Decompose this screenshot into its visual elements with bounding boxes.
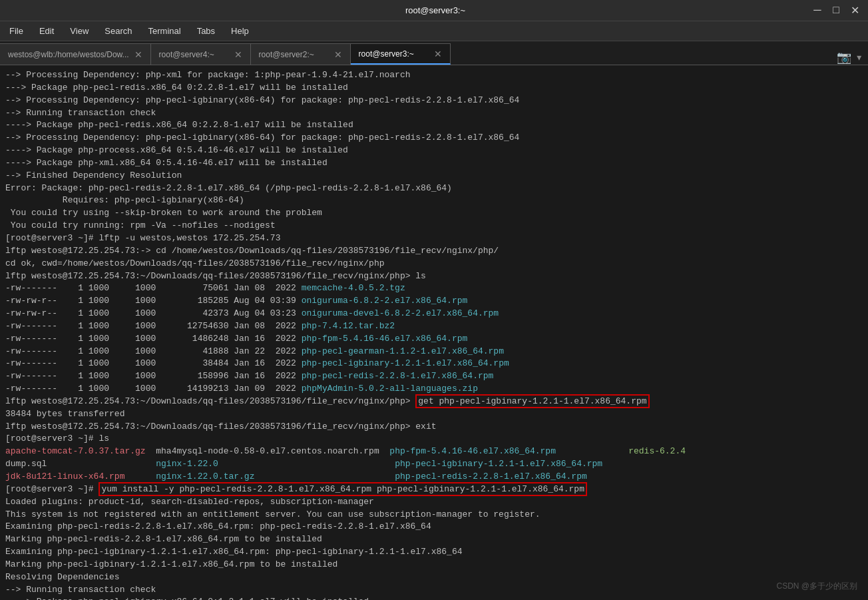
menu-file[interactable]: File xyxy=(3,23,30,39)
minimize-button[interactable]: ─ xyxy=(811,4,824,17)
menu-edit[interactable]: Edit xyxy=(33,23,61,39)
menu-help[interactable]: Help xyxy=(224,23,256,39)
tab-close-icon[interactable]: ✕ xyxy=(434,49,442,59)
tab-westos[interactable]: westos@wlb:/home/westos/Dow... ✕ xyxy=(0,43,151,65)
tab-label: westos@wlb:/home/westos/Dow... xyxy=(8,50,129,59)
dropdown-icon[interactable]: ▾ xyxy=(855,50,863,65)
tab-close-icon[interactable]: ✕ xyxy=(234,49,242,60)
watermark: CSDN @多于少的区别 xyxy=(776,581,857,592)
close-button[interactable]: ✕ xyxy=(848,4,861,17)
tab-label: root@server3:~ xyxy=(359,49,414,59)
tab-server2[interactable]: root@server2:~ ✕ xyxy=(251,43,351,65)
tab-close-icon[interactable]: ✕ xyxy=(334,49,342,60)
terminal-text: --> Processing Dependency: php-xml for p… xyxy=(5,69,863,600)
title-bar: root@server3:~ ─ □ ✕ xyxy=(0,0,868,21)
command-highlight-1: get php-pecl-igbinary-1.2.1-1.el7.x86_64… xyxy=(415,394,649,408)
tab-close-icon[interactable]: ✕ xyxy=(134,49,142,60)
menu-bar: File Edit View Search Terminal Tabs Help xyxy=(0,21,868,41)
menu-terminal[interactable]: Terminal xyxy=(142,23,188,39)
maximize-button[interactable]: □ xyxy=(829,4,843,17)
tab-server4[interactable]: root@server4:~ ✕ xyxy=(151,43,251,65)
camera-icon[interactable]: 📷 xyxy=(837,50,851,65)
new-tab-area: 📷 ▾ xyxy=(831,50,868,65)
menu-view[interactable]: View xyxy=(63,23,95,39)
tab-label: root@server2:~ xyxy=(259,50,314,59)
tab-server3[interactable]: root@server3:~ ✕ xyxy=(351,43,451,65)
command-highlight-2: yum install -y php-pecl-redis-2.2.8-1.el… xyxy=(99,482,587,496)
tab-bar: westos@wlb:/home/westos/Dow... ✕ root@se… xyxy=(0,41,868,65)
menu-tabs[interactable]: Tabs xyxy=(190,23,222,39)
tab-label: root@server4:~ xyxy=(159,50,214,59)
window-title: root@server3:~ xyxy=(60,5,811,15)
menu-search[interactable]: Search xyxy=(98,23,138,39)
terminal-output[interactable]: --> Processing Dependency: php-xml for p… xyxy=(0,65,868,600)
window-controls[interactable]: ─ □ ✕ xyxy=(811,4,861,17)
